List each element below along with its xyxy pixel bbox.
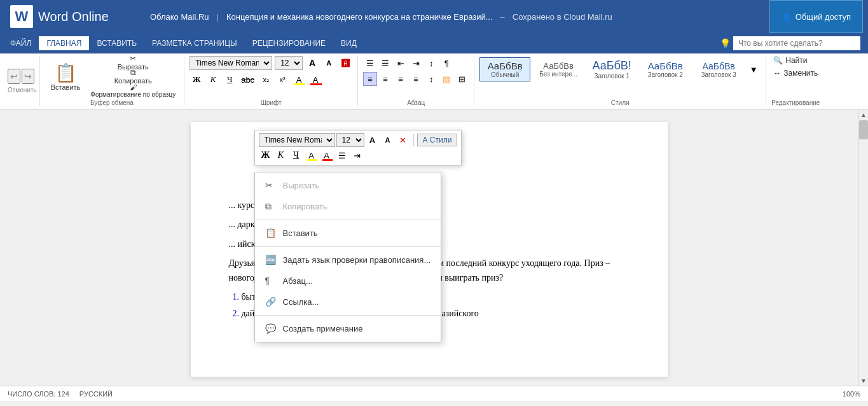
styles-label: Стили	[611, 99, 630, 106]
subscript-button[interactable]: x₂	[259, 73, 273, 87]
paragraph-group: ☰ ☰ ⇤ ⇥ ↕ ¶ ≡ ≡ ≡ ≡ ↕ ▨ ⊞ Абзац	[358, 56, 474, 106]
ctx-paste[interactable]: 📋 Вставить	[255, 223, 441, 244]
font-name-select[interactable]: Times New Roman	[189, 56, 272, 70]
bullet-list-button[interactable]: ☰	[363, 56, 377, 70]
copy-button[interactable]: ⧉ Копировать	[87, 70, 179, 83]
tab-review[interactable]: РЕЦЕНЗИРОВАНИЕ	[245, 36, 333, 50]
ctx-comment-icon: 💬	[265, 322, 277, 335]
style-noint[interactable]: АаБбВв Без интере...	[533, 58, 584, 81]
share-button[interactable]: 👤 Общий доступ	[769, 0, 863, 33]
cut-button[interactable]: ✂ Вырезать	[87, 56, 179, 69]
font-size-select[interactable]: 12	[275, 56, 303, 70]
mini-toolbar: Times New Roman 12 A A ✕ А Стили Ж	[254, 130, 462, 165]
ctx-spell-label: Задать язык проверки правописания...	[283, 254, 431, 267]
decrease-indent-button[interactable]: ⇤	[394, 56, 408, 70]
scroll-thumb[interactable]	[859, 120, 868, 139]
ctx-copy[interactable]: ⧉ Копировать	[255, 196, 441, 217]
ctx-cut[interactable]: ✂ Вырезать	[255, 175, 441, 196]
mini-underline-button[interactable]: Ч	[289, 148, 303, 162]
share-label: Общий доступ	[796, 12, 851, 22]
mini-bold-button[interactable]: Ж	[259, 148, 273, 162]
style-h3-label: Заголовок 3	[701, 71, 736, 78]
format-paint-button[interactable]: 🖌 Форматирование по образцу	[87, 84, 179, 97]
line-spacing-button[interactable]: ↕	[424, 72, 438, 86]
align-right-button[interactable]: ≡	[394, 72, 408, 86]
superscript-button[interactable]: x²	[275, 73, 289, 87]
toolbar: ↩ ↪ Отменить 📋 Вставить ✂ Вырезать ⧉ Коп…	[0, 53, 868, 109]
find-button[interactable]: 🔍 Найти	[773, 56, 818, 65]
increase-indent-button[interactable]: ⇥	[409, 56, 423, 70]
mini-grow-button[interactable]: A	[366, 133, 380, 147]
doc-page[interactable]: Times New Roman 12 A A ✕ А Стили Ж	[191, 122, 668, 377]
ribbon-nav: ФАЙЛ ГЛАВНАЯ ВСТАВИТЬ РАЗМЕТКА СТРАНИЦЫ …	[0, 33, 868, 53]
clear-format-button[interactable]: 🅰	[338, 56, 352, 70]
ctx-comment[interactable]: 💬 Создать примечание	[255, 318, 441, 339]
save-status: Сохранено в Cloud Mail.ru	[513, 12, 612, 22]
mini-italic-button[interactable]: К	[274, 148, 288, 162]
word-icon: W	[10, 5, 33, 28]
sort-button[interactable]: ↕	[424, 56, 438, 70]
show-marks-button[interactable]: ¶	[439, 56, 453, 70]
tab-file[interactable]: ФАЙЛ	[3, 36, 39, 50]
replace-button[interactable]: ↔ Заменить	[773, 69, 818, 78]
mini-color-button[interactable]: А	[320, 148, 334, 162]
mini-shrink-button[interactable]: A	[381, 133, 395, 147]
tab-insert[interactable]: ВСТАВИТЬ	[89, 36, 144, 50]
format-paint-icon: 🖌	[130, 83, 137, 91]
ctx-link-label: Ссылка...	[283, 296, 319, 309]
style-normal[interactable]: АаБбВв Обычный	[479, 57, 530, 81]
underline-button[interactable]: Ч	[223, 73, 237, 87]
font-grow-button[interactable]: A	[305, 56, 319, 70]
font-shrink-button[interactable]: A	[322, 56, 336, 70]
ctx-para-label: Абзац...	[283, 275, 313, 288]
tab-layout[interactable]: РАЗМЕТКА СТРАНИЦЫ	[144, 36, 245, 50]
mini-size-select[interactable]: 12	[336, 133, 364, 147]
style-normal-preview: АаБбВв	[488, 60, 523, 71]
align-left-button[interactable]: ≡	[363, 72, 377, 86]
zoom-level: 100%	[843, 390, 860, 398]
font-label: Шрифт	[261, 99, 282, 106]
tab-home[interactable]: ГЛАВНАЯ	[39, 36, 89, 50]
mini-highlight-button[interactable]: А	[305, 148, 319, 162]
mini-bullets-button[interactable]: ☰	[335, 148, 349, 162]
undo-label: Отменить	[8, 87, 37, 94]
ctx-paragraph[interactable]: ¶ Абзац...	[255, 270, 441, 291]
mini-clear-button[interactable]: ✕	[396, 133, 410, 147]
mini-font-select[interactable]: Times New Roman	[259, 133, 335, 147]
bold-button[interactable]: Ж	[189, 73, 203, 87]
redo-button[interactable]: ↪	[22, 69, 34, 84]
style-h3-preview: АаБбВв	[703, 61, 735, 71]
ctx-separator-2	[255, 246, 441, 247]
doc-info: Облако Mail.Ru | Концепция и механика но…	[140, 12, 769, 22]
scroll-up-button[interactable]: ▲	[858, 109, 868, 120]
tab-view[interactable]: ВИД	[333, 36, 364, 50]
font-color-button[interactable]: А	[308, 73, 322, 87]
vertical-scrollbar[interactable]: ▲ ▼	[858, 109, 868, 386]
scroll-down-button[interactable]: ▼	[858, 375, 868, 386]
styles-more-button[interactable]: ▼	[747, 62, 761, 76]
ctx-link[interactable]: 🔗 Ссылка...	[255, 291, 441, 312]
search-icon: 🔍	[773, 56, 783, 65]
align-center-button[interactable]: ≡	[378, 72, 392, 86]
mini-indent-button[interactable]: ⇥	[350, 148, 364, 162]
doc-scroll[interactable]: Times New Roman 12 A A ✕ А Стили Ж	[0, 109, 858, 386]
mini-styles-label: Стили	[430, 136, 452, 144]
style-h2[interactable]: АаБбВв Заголовок 2	[640, 57, 691, 81]
shading-button[interactable]: ▨	[439, 72, 453, 86]
highlight-button[interactable]: А	[292, 73, 306, 87]
ctx-comment-label: Создать примечание	[283, 323, 363, 335]
ctx-spell[interactable]: 🔤 Задать язык проверки правописания...	[255, 249, 441, 270]
numbered-list-button[interactable]: ☰	[378, 56, 392, 70]
paste-button[interactable]: 📋 Вставить	[45, 56, 86, 97]
ribbon-search-input[interactable]	[733, 36, 860, 50]
undo-button[interactable]: ↩	[8, 69, 20, 84]
borders-button[interactable]: ⊞	[455, 72, 469, 86]
style-h1[interactable]: АаБбВ! Заголовок 1	[586, 56, 637, 83]
align-justify-button[interactable]: ≡	[409, 72, 423, 86]
italic-button[interactable]: К	[206, 73, 220, 87]
mini-styles-button[interactable]: А Стили	[417, 134, 458, 146]
paste-icon: 📋	[55, 62, 77, 83]
style-h3[interactable]: АаБбВв Заголовок 3	[693, 58, 744, 81]
strikethrough-button[interactable]: abc	[239, 73, 256, 87]
ctx-paste-label: Вставить	[283, 227, 318, 240]
